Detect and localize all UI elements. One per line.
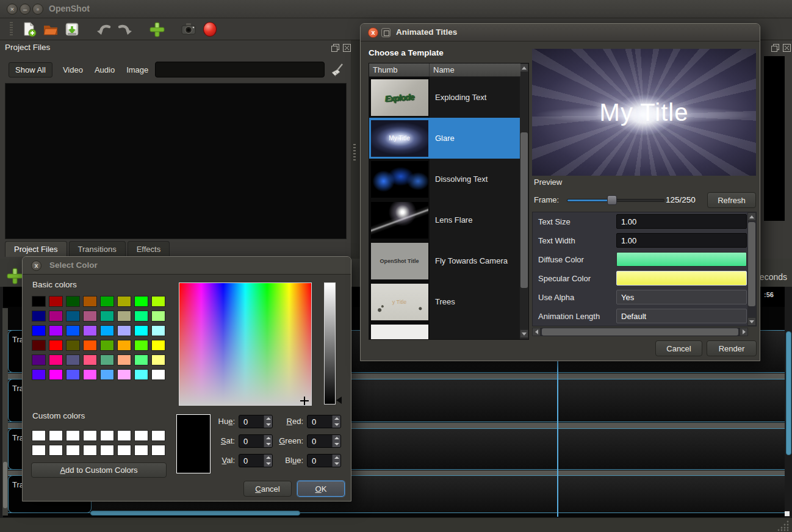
add-to-custom-colors-button[interactable]: Add to Custom Colors bbox=[31, 462, 167, 478]
timeline-left-scrollbar[interactable] bbox=[2, 308, 8, 516]
basic-color-swatch[interactable] bbox=[49, 311, 62, 321]
custom-color-swatch[interactable] bbox=[49, 431, 62, 440]
tab-effects[interactable]: Effects bbox=[128, 241, 170, 257]
custom-color-swatch[interactable] bbox=[152, 445, 165, 455]
frame-slider-handle[interactable] bbox=[607, 195, 617, 205]
resize-grip-icon[interactable] bbox=[777, 520, 790, 531]
property-value-select[interactable]: Yes bbox=[616, 290, 747, 304]
spin-down-arrow[interactable] bbox=[334, 423, 339, 426]
toolbar-drag-handle[interactable] bbox=[10, 22, 13, 37]
basic-color-swatch[interactable] bbox=[49, 297, 62, 306]
basic-color-swatch[interactable] bbox=[32, 355, 45, 365]
cancel-button[interactable]: Cancel bbox=[655, 340, 702, 356]
basic-color-swatch[interactable] bbox=[101, 340, 113, 350]
render-button[interactable]: Render bbox=[707, 340, 757, 356]
redo-button[interactable] bbox=[117, 21, 134, 38]
custom-color-swatch[interactable] bbox=[135, 431, 148, 440]
refresh-button[interactable]: Refresh bbox=[707, 192, 756, 208]
float-panel-icon[interactable] bbox=[331, 44, 339, 52]
template-row-glare[interactable]: My TitleGlare bbox=[369, 118, 520, 159]
basic-color-swatch[interactable] bbox=[118, 340, 131, 350]
tab-transitions[interactable]: Transitions bbox=[69, 241, 126, 257]
open-project-button[interactable] bbox=[42, 21, 59, 38]
basic-color-swatch[interactable] bbox=[49, 340, 62, 350]
dialog-titlebar[interactable]: x Animated Titles bbox=[361, 24, 760, 41]
custom-color-swatch[interactable] bbox=[118, 431, 131, 440]
custom-color-swatch[interactable] bbox=[101, 445, 113, 455]
basic-color-swatch[interactable] bbox=[135, 340, 148, 350]
scrollbar-handle[interactable] bbox=[520, 132, 528, 288]
window-minimize-button[interactable]: – bbox=[20, 4, 31, 15]
scroll-down-arrow[interactable] bbox=[520, 329, 528, 338]
hue-saturation-picker[interactable] bbox=[179, 282, 312, 406]
filter-button-audio[interactable]: Audio bbox=[93, 63, 116, 77]
basic-color-swatch[interactable] bbox=[32, 326, 45, 336]
basic-color-swatch[interactable] bbox=[84, 326, 96, 336]
basic-color-swatch[interactable] bbox=[32, 311, 45, 321]
scroll-up-arrow[interactable] bbox=[747, 212, 756, 221]
spin-down-arrow[interactable] bbox=[334, 443, 339, 445]
basic-color-swatch[interactable] bbox=[84, 297, 96, 306]
undo-button[interactable] bbox=[95, 21, 112, 38]
basic-color-swatch[interactable] bbox=[101, 326, 113, 336]
column-header-thumb[interactable]: Thumb bbox=[369, 63, 430, 76]
scroll-up-arrow[interactable] bbox=[520, 63, 528, 72]
scroll-down-arrow[interactable] bbox=[747, 317, 756, 326]
add-button[interactable] bbox=[148, 21, 165, 38]
custom-color-swatch[interactable] bbox=[152, 431, 165, 440]
value-bar-indicator[interactable] bbox=[336, 397, 342, 404]
basic-color-swatch[interactable] bbox=[118, 326, 131, 336]
spin-down-arrow[interactable] bbox=[334, 462, 339, 465]
custom-color-swatch[interactable] bbox=[32, 445, 45, 455]
template-row-dissolving[interactable]: Dissolving Text bbox=[369, 159, 520, 200]
record-button[interactable] bbox=[201, 21, 218, 38]
template-row-exploding[interactable]: ExplodeExploding Text bbox=[369, 77, 520, 118]
basic-color-swatch[interactable] bbox=[152, 297, 165, 306]
scrollbar-handle[interactable] bbox=[542, 328, 738, 336]
basic-color-swatch[interactable] bbox=[67, 326, 79, 336]
properties-horizontal-scrollbar[interactable] bbox=[532, 328, 748, 336]
dialog-maximize-button[interactable] bbox=[381, 28, 391, 37]
basic-color-swatch[interactable] bbox=[67, 297, 79, 306]
panel-splitter[interactable] bbox=[351, 40, 360, 259]
ok-button[interactable]: OK bbox=[297, 481, 345, 497]
spin-up-arrow[interactable] bbox=[334, 417, 339, 420]
file-search-input[interactable] bbox=[155, 62, 325, 77]
scroll-right-arrow[interactable] bbox=[740, 328, 748, 336]
basic-color-swatch[interactable] bbox=[101, 355, 113, 365]
filter-button-video[interactable]: Video bbox=[62, 63, 84, 77]
custom-color-swatch[interactable] bbox=[67, 445, 79, 455]
basic-color-swatch[interactable] bbox=[32, 340, 45, 350]
custom-color-swatch[interactable] bbox=[67, 431, 79, 440]
dialog-close-button[interactable]: x bbox=[31, 261, 41, 271]
basic-color-swatch[interactable] bbox=[67, 355, 79, 365]
basic-color-swatch[interactable] bbox=[32, 370, 45, 379]
filter-button-show-all[interactable]: Show All bbox=[9, 62, 52, 77]
window-maximize-button[interactable]: ▫ bbox=[32, 4, 43, 15]
basic-color-swatch[interactable] bbox=[84, 355, 96, 365]
project-files-list[interactable] bbox=[5, 83, 347, 239]
basic-color-swatch[interactable] bbox=[152, 326, 165, 336]
basic-color-swatch[interactable] bbox=[135, 370, 148, 379]
basic-color-swatch[interactable] bbox=[67, 311, 79, 321]
field-spinbox[interactable]: 0 bbox=[307, 454, 341, 467]
basic-color-swatch[interactable] bbox=[135, 355, 148, 365]
scroll-left-arrow[interactable] bbox=[532, 328, 541, 336]
custom-color-swatch[interactable] bbox=[84, 431, 96, 440]
filter-button-image[interactable]: Image bbox=[125, 63, 149, 77]
property-value-input[interactable]: 1.00 bbox=[616, 233, 747, 248]
cancel-button[interactable]: Cancel bbox=[243, 481, 292, 497]
basic-color-swatch[interactable] bbox=[152, 370, 165, 379]
new-project-button[interactable] bbox=[21, 21, 38, 38]
basic-color-swatch[interactable] bbox=[118, 370, 131, 379]
column-header-name[interactable]: Name bbox=[430, 63, 455, 76]
property-value-input[interactable]: 1.00 bbox=[616, 214, 747, 229]
close-panel-icon[interactable] bbox=[783, 44, 791, 52]
basic-color-swatch[interactable] bbox=[118, 355, 131, 365]
timeline-horizontal-scrollbar[interactable] bbox=[90, 511, 300, 516]
basic-color-swatch[interactable] bbox=[135, 311, 148, 321]
custom-color-swatch[interactable] bbox=[118, 445, 131, 455]
basic-color-swatch[interactable] bbox=[135, 297, 148, 306]
property-value-color[interactable] bbox=[616, 271, 747, 286]
save-project-button[interactable] bbox=[63, 21, 81, 38]
